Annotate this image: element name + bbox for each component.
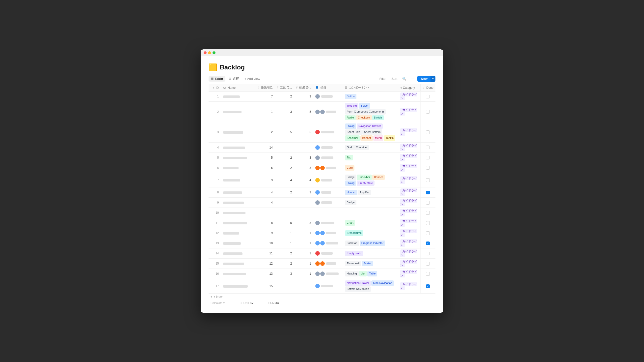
col-header-id[interactable]: # ID bbox=[208, 84, 221, 92]
col-header-done[interactable]: ✓ Done bbox=[420, 84, 436, 92]
cell-component: Badge bbox=[343, 198, 398, 208]
cell-id: 17 bbox=[208, 279, 221, 293]
cell-id: 9 bbox=[208, 198, 221, 208]
table-row: 151221ThumbnailAvatarガイドライン bbox=[208, 259, 436, 269]
cell-priority: 13 bbox=[256, 269, 275, 279]
cell-done[interactable] bbox=[420, 218, 436, 228]
cell-name[interactable] bbox=[221, 198, 256, 208]
page-title-row: 🟨 Backlog bbox=[208, 63, 436, 71]
cell-name[interactable] bbox=[221, 208, 256, 218]
search-icon[interactable]: 🔍 bbox=[401, 76, 408, 82]
done-checkbox[interactable]: ✓ bbox=[426, 284, 430, 288]
cell-done[interactable] bbox=[420, 122, 436, 142]
cell-done[interactable]: ✓ bbox=[420, 279, 436, 293]
fullscreen-button[interactable] bbox=[212, 51, 216, 54]
cell-category: ガイドライン bbox=[398, 269, 420, 279]
done-checkbox[interactable] bbox=[426, 166, 430, 170]
cell-name[interactable] bbox=[221, 238, 256, 248]
new-button-dropdown[interactable]: ▾ bbox=[430, 76, 436, 82]
cell-name[interactable] bbox=[221, 269, 256, 279]
cell-done[interactable] bbox=[420, 208, 436, 218]
col-header-kosu1[interactable]: # 工数 (5... bbox=[275, 84, 294, 92]
cell-kosu2: 3 bbox=[294, 163, 313, 173]
add-row-label: + New bbox=[214, 295, 222, 298]
table-row: 131011SkeletonProgress Indicatorガイドライン✓ bbox=[208, 238, 436, 248]
close-button[interactable] bbox=[204, 51, 206, 54]
sort-button[interactable]: Sort bbox=[390, 76, 399, 82]
col-header-component[interactable]: ☰ コンポーネント bbox=[343, 84, 398, 92]
done-checkbox[interactable] bbox=[426, 110, 430, 114]
cell-done[interactable] bbox=[420, 259, 436, 269]
cell-name[interactable] bbox=[221, 248, 256, 259]
calculate-button[interactable]: Calculate ▾ bbox=[210, 301, 225, 305]
col-header-kosu2[interactable]: # 効果 (5... bbox=[294, 84, 313, 92]
cell-component: DialogNavigation DrawerSheet SideSheet B… bbox=[343, 122, 398, 142]
cell-done[interactable] bbox=[420, 153, 436, 163]
cell-name[interactable] bbox=[221, 153, 256, 163]
cell-done[interactable] bbox=[420, 248, 436, 259]
cell-id: 5 bbox=[208, 153, 221, 163]
cell-done[interactable] bbox=[420, 102, 436, 122]
cell-done[interactable] bbox=[420, 142, 436, 153]
add-row-button[interactable]: + + New bbox=[208, 293, 436, 300]
table-header-row: # ID Aa Name # 優先順位 # 工数 (5... # 効果 (5..… bbox=[208, 84, 436, 92]
done-checkbox[interactable] bbox=[426, 231, 430, 235]
done-checkbox[interactable] bbox=[426, 146, 430, 149]
cell-component: BadgeSnackbarBannerDialogEmpty state bbox=[343, 173, 398, 187]
col-header-category[interactable]: ○ Category bbox=[398, 84, 420, 92]
minimize-button[interactable] bbox=[208, 51, 211, 54]
cell-category: ガイドライン bbox=[398, 259, 420, 269]
cell-tanto bbox=[313, 248, 343, 259]
cell-name[interactable] bbox=[221, 92, 256, 102]
cell-kosu2 bbox=[294, 142, 313, 153]
cell-tanto bbox=[313, 122, 343, 142]
done-checkbox[interactable] bbox=[426, 201, 430, 205]
done-checkbox[interactable] bbox=[426, 221, 430, 225]
done-checkbox[interactable] bbox=[426, 252, 430, 255]
filter-button[interactable]: Filter bbox=[378, 76, 388, 82]
done-checkbox[interactable]: ✓ bbox=[426, 191, 430, 194]
cell-done[interactable] bbox=[420, 228, 436, 238]
cell-name[interactable] bbox=[221, 163, 256, 173]
cell-kosu1: 2 bbox=[275, 92, 294, 102]
cell-name[interactable] bbox=[221, 102, 256, 122]
tab-table[interactable]: ⊞ Table bbox=[208, 76, 226, 82]
cell-id: 3 bbox=[208, 122, 221, 142]
cell-id: 2 bbox=[208, 102, 221, 122]
done-checkbox[interactable] bbox=[426, 95, 430, 98]
cell-name[interactable] bbox=[221, 228, 256, 238]
cell-done[interactable]: ✓ bbox=[420, 187, 436, 198]
col-header-name[interactable]: Aa Name bbox=[221, 84, 256, 92]
more-options-icon[interactable]: ··· bbox=[410, 76, 416, 82]
done-checkbox[interactable] bbox=[426, 130, 430, 134]
done-checkbox[interactable] bbox=[426, 156, 430, 159]
cell-name[interactable] bbox=[221, 187, 256, 198]
cell-name[interactable] bbox=[221, 122, 256, 142]
cell-done[interactable] bbox=[420, 269, 436, 279]
cell-done[interactable] bbox=[420, 173, 436, 187]
cell-name[interactable] bbox=[221, 259, 256, 269]
new-button[interactable]: New bbox=[417, 76, 431, 82]
cell-name[interactable] bbox=[221, 279, 256, 293]
cell-name[interactable] bbox=[221, 218, 256, 228]
col-header-tanto[interactable]: 👤 担当 bbox=[313, 84, 343, 92]
tab-progress[interactable]: ⊞ 進捗 bbox=[226, 75, 242, 82]
cell-kosu1: 2 bbox=[275, 163, 294, 173]
done-checkbox[interactable] bbox=[426, 178, 430, 182]
cell-name[interactable] bbox=[221, 173, 256, 187]
done-checkbox[interactable] bbox=[426, 272, 430, 276]
cell-done[interactable] bbox=[420, 92, 436, 102]
cell-done[interactable] bbox=[420, 198, 436, 208]
main-table: # ID Aa Name # 優先順位 # 工数 (5... # 効果 (5..… bbox=[208, 84, 436, 293]
cell-done[interactable]: ✓ bbox=[420, 238, 436, 248]
cell-done[interactable] bbox=[420, 163, 436, 173]
done-checkbox[interactable] bbox=[426, 262, 430, 265]
cell-name[interactable] bbox=[221, 142, 256, 153]
done-checkbox[interactable] bbox=[426, 211, 430, 215]
done-checkbox[interactable]: ✓ bbox=[426, 241, 430, 245]
col-header-priority[interactable]: # 優先順位 bbox=[256, 84, 275, 92]
sum-label: SUM bbox=[268, 301, 274, 304]
cell-category: ガイドライン bbox=[398, 122, 420, 142]
cell-id: 7 bbox=[208, 173, 221, 187]
add-view-button[interactable]: + Add view bbox=[242, 76, 262, 82]
